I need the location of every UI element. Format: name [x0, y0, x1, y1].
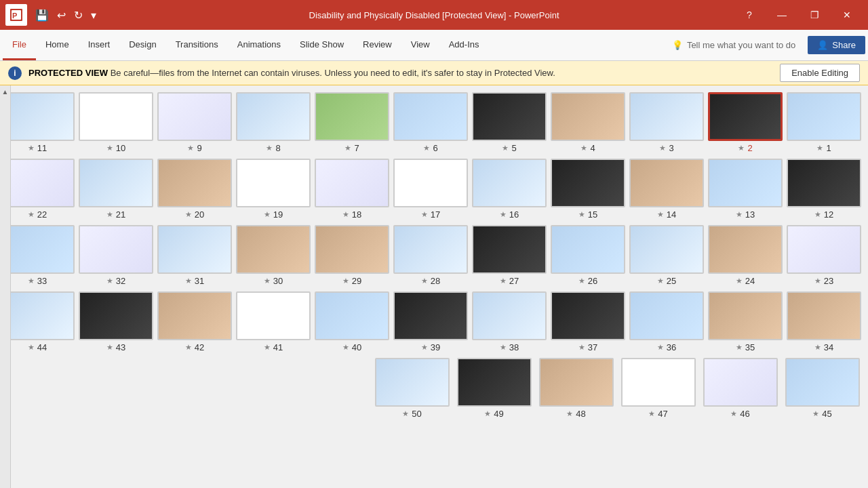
- slide-thumbnail[interactable]: [472, 291, 547, 340]
- slide-thumbnail[interactable]: [236, 291, 311, 340]
- slide-thumbnail[interactable]: [539, 358, 614, 407]
- slide-thumbnail[interactable]: [629, 291, 704, 340]
- slide-thumbnail[interactable]: [629, 225, 704, 274]
- slide-thumbnail[interactable]: [11, 92, 75, 141]
- slide-thumbnail[interactable]: [315, 159, 389, 207]
- slide-thumbnail[interactable]: [551, 291, 625, 340]
- slide-item[interactable]: ★21: [79, 159, 153, 220]
- slide-item[interactable]: ★13: [708, 159, 783, 220]
- tab-slideshow[interactable]: Slide Show: [290, 30, 353, 60]
- slide-thumbnail[interactable]: [393, 291, 468, 340]
- slide-thumbnail[interactable]: [708, 159, 783, 207]
- slide-thumbnail[interactable]: [551, 92, 625, 141]
- slide-item[interactable]: ★10: [79, 92, 153, 153]
- slide-thumbnail[interactable]: [393, 225, 468, 274]
- tab-review[interactable]: Review: [353, 30, 401, 60]
- slide-item[interactable]: ★22: [11, 159, 75, 220]
- slide-thumbnail[interactable]: [787, 291, 861, 340]
- slide-item[interactable]: ★16: [472, 159, 547, 220]
- window-controls[interactable]: ? — ❐ ✕: [734, 4, 863, 26]
- slide-item[interactable]: ★36: [629, 291, 704, 352]
- slide-thumbnail[interactable]: [472, 159, 547, 207]
- slide-thumbnail[interactable]: [157, 291, 232, 340]
- slide-item[interactable]: ★23: [787, 225, 861, 286]
- slide-item[interactable]: ★50: [373, 358, 451, 419]
- slide-item[interactable]: ★6: [393, 92, 468, 153]
- redo-icon[interactable]: ↻: [71, 7, 85, 23]
- slide-thumbnail[interactable]: [629, 92, 704, 141]
- slide-thumbnail[interactable]: [236, 159, 311, 207]
- slide-thumbnail[interactable]: [393, 92, 468, 141]
- tab-home[interactable]: Home: [36, 30, 79, 60]
- slide-thumbnail[interactable]: [393, 159, 468, 207]
- slide-item[interactable]: ★3: [629, 92, 704, 153]
- slide-thumbnail[interactable]: [236, 92, 311, 141]
- slide-thumbnail[interactable]: [472, 92, 547, 141]
- help-icon[interactable]: ?: [734, 4, 765, 26]
- slide-item[interactable]: ★1: [787, 92, 861, 153]
- slide-item[interactable]: ★20: [157, 159, 232, 220]
- scroll-up-arrow[interactable]: ▲: [2, 88, 9, 96]
- tab-insert[interactable]: Insert: [79, 30, 120, 60]
- slide-item[interactable]: ★33: [11, 225, 75, 286]
- slide-item[interactable]: ★18: [315, 159, 389, 220]
- quick-access-dropdown[interactable]: ▾: [88, 7, 99, 23]
- slide-thumbnail[interactable]: [79, 92, 153, 141]
- slide-item[interactable]: ★49: [455, 358, 533, 419]
- slide-thumbnail[interactable]: [457, 358, 532, 407]
- slide-thumbnail[interactable]: [79, 291, 153, 340]
- slide-thumbnail[interactable]: [157, 225, 232, 274]
- slide-item[interactable]: ★40: [315, 291, 389, 352]
- slide-item[interactable]: ★27: [472, 225, 547, 286]
- slide-item[interactable]: ★37: [551, 291, 625, 352]
- tab-view[interactable]: View: [401, 30, 439, 60]
- slide-item[interactable]: ★14: [629, 159, 704, 220]
- slide-thumbnail[interactable]: [79, 159, 153, 207]
- slide-thumbnail[interactable]: [708, 92, 783, 141]
- slide-item[interactable]: ★5: [472, 92, 547, 153]
- slide-thumbnail[interactable]: [787, 225, 861, 274]
- minimize-button[interactable]: —: [766, 4, 797, 26]
- tab-file[interactable]: File: [3, 30, 36, 60]
- slide-item[interactable]: ★42: [157, 291, 232, 352]
- slide-thumbnail[interactable]: [787, 92, 861, 141]
- slide-item[interactable]: ★29: [315, 225, 389, 286]
- slide-item[interactable]: ★45: [783, 358, 861, 419]
- slide-item[interactable]: ★39: [393, 291, 468, 352]
- slide-thumbnail[interactable]: [315, 291, 389, 340]
- slide-item[interactable]: ★19: [236, 159, 311, 220]
- slide-thumbnail[interactable]: [629, 159, 704, 207]
- save-icon[interactable]: 💾: [33, 7, 52, 23]
- tab-animations[interactable]: Animations: [228, 30, 290, 60]
- slide-thumbnail[interactable]: [11, 159, 75, 207]
- slide-thumbnail[interactable]: [157, 92, 232, 141]
- slide-item[interactable]: ★9: [157, 92, 232, 153]
- slide-item[interactable]: ★43: [79, 291, 153, 352]
- slide-item[interactable]: ★7: [315, 92, 389, 153]
- slide-thumbnail[interactable]: [315, 92, 389, 141]
- slide-thumbnail[interactable]: [11, 225, 75, 274]
- slide-item[interactable]: ★8: [236, 92, 311, 153]
- slide-item[interactable]: ★44: [11, 291, 75, 352]
- slide-item[interactable]: ★2: [708, 92, 783, 153]
- slide-item[interactable]: ★26: [551, 225, 625, 286]
- slide-thumbnail[interactable]: [157, 159, 232, 207]
- undo-icon[interactable]: ↩: [54, 7, 68, 23]
- slide-thumbnail[interactable]: [708, 291, 783, 340]
- share-button[interactable]: 👤 Share: [808, 36, 865, 54]
- slide-thumbnail[interactable]: [787, 159, 861, 207]
- search-label[interactable]: Tell me what you want to do: [687, 40, 795, 50]
- enable-editing-button[interactable]: Enable Editing: [780, 64, 860, 82]
- slide-item[interactable]: ★46: [701, 358, 779, 419]
- slide-item[interactable]: ★48: [537, 358, 615, 419]
- slide-item[interactable]: ★15: [551, 159, 625, 220]
- tab-design[interactable]: Design: [119, 30, 165, 60]
- slides-area[interactable]: ★1★2★3★4★5★6★7★8★9★10★11★12★13★14★15★16★…: [11, 85, 868, 488]
- slide-thumbnail[interactable]: [708, 225, 783, 274]
- slide-thumbnail[interactable]: [551, 159, 625, 207]
- slide-item[interactable]: ★4: [551, 92, 625, 153]
- slide-thumbnail[interactable]: [472, 225, 547, 274]
- tab-addins[interactable]: Add-Ins: [439, 30, 489, 60]
- slide-item[interactable]: ★47: [619, 358, 697, 419]
- left-scrollbar[interactable]: ▲: [0, 85, 11, 488]
